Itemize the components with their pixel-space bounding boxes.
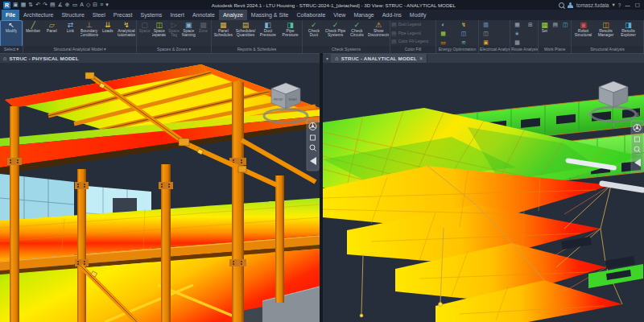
ribbon-tab[interactable]: Precast bbox=[109, 10, 137, 20]
print-icon[interactable]: ▤ bbox=[50, 1, 56, 9]
view-header-physical[interactable]: ⌂ STRUC - PHYSICAL MODEL bbox=[0, 53, 320, 63]
qat-customize-icon[interactable]: ▾ bbox=[105, 1, 109, 9]
duct-pressure-loss-report-button[interactable]: ◧ Duct Pressure Loss Report bbox=[258, 21, 279, 46]
revit-logo[interactable]: R bbox=[3, 2, 10, 9]
physical-model-viewport[interactable]: FRONT RIGHT bbox=[0, 63, 320, 322]
duct-legend-button[interactable]: ▤ Duct Legend bbox=[391, 21, 435, 29]
section-icon[interactable]: ⊟ bbox=[93, 1, 97, 9]
electrical-analysis-icon-button[interactable]: ◫ bbox=[480, 30, 492, 38]
tag-icon[interactable]: ▭ bbox=[72, 1, 78, 9]
energy-optimization-icon-button[interactable]: ▦ bbox=[437, 30, 449, 38]
ribbon-panel-label[interactable]: Route Analysis ▾ bbox=[510, 46, 538, 53]
electrical-analysis-icon-button[interactable]: ▣ bbox=[480, 39, 492, 46]
link-button[interactable]: ⇄ Link bbox=[61, 21, 79, 46]
user-caret-icon[interactable]: ▾ bbox=[612, 2, 614, 8]
ribbon-tab[interactable]: Manage bbox=[349, 10, 378, 20]
space-button[interactable]: ▢ Space bbox=[138, 21, 151, 46]
ribbon-tab[interactable]: File bbox=[2, 10, 19, 20]
minimize-button[interactable]: — bbox=[624, 2, 631, 8]
analytical-node[interactable] bbox=[439, 303, 443, 307]
ribbon-panel-label[interactable]: Energy Optimization bbox=[436, 46, 478, 53]
energy-optimization-icon-button[interactable]: ◫ bbox=[458, 30, 470, 38]
show-work-plane-button[interactable]: ▤ bbox=[551, 21, 560, 29]
undo-icon[interactable]: ↶ bbox=[35, 1, 40, 9]
panel-button[interactable]: ▱ Panel bbox=[43, 21, 60, 46]
signed-in-user[interactable]: tomasz.fudala bbox=[576, 2, 609, 8]
sync-icon[interactable]: ⇅ bbox=[28, 1, 33, 9]
results-explorer-button[interactable]: ◨ Results Explorer bbox=[617, 21, 639, 46]
pipe-legend-button[interactable]: ▤ Pipe Legend bbox=[391, 30, 435, 38]
energy-optimization-icon-button[interactable]: ↯ bbox=[458, 21, 470, 29]
redo-icon[interactable]: ↷ bbox=[43, 1, 47, 9]
analytical-model-view[interactable]: W S E bbox=[323, 63, 644, 322]
loads-button[interactable]: ⇊ Loads bbox=[99, 21, 117, 46]
panel-schedules-button[interactable]: ▦ Panel Schedules bbox=[213, 21, 234, 46]
help-icon[interactable]: ? bbox=[618, 2, 621, 8]
ribbon-tab[interactable]: View bbox=[329, 10, 349, 20]
open-icon[interactable]: ▣ bbox=[13, 1, 19, 9]
pipe-pressure-loss-report-button[interactable]: ◨ Pipe Pressure Loss Report bbox=[279, 21, 301, 46]
route-analysis-icon-button[interactable]: ∗ bbox=[511, 30, 523, 38]
measure-icon[interactable]: ∡ bbox=[58, 1, 63, 9]
check-circuits-button[interactable]: ✓ Check Circuits bbox=[347, 21, 368, 46]
thin-lines-icon[interactable]: ≡ bbox=[100, 1, 103, 9]
ribbon-panel-label[interactable]: Check Systems bbox=[303, 46, 390, 53]
ribbon-panel-label[interactable]: Select ▾ bbox=[0, 46, 23, 53]
ribbon-tab[interactable]: Insert bbox=[166, 10, 188, 20]
ribbon-panel-label[interactable]: Work Plane bbox=[539, 46, 571, 53]
ribbon-panel-label[interactable]: Structural Analytical Model ▾ bbox=[23, 46, 136, 53]
text-icon[interactable]: A bbox=[80, 1, 84, 9]
zone-button[interactable]: ▩ Zone bbox=[196, 21, 210, 46]
physical-model-view[interactable]: FRONT RIGHT bbox=[0, 63, 320, 322]
restore-button[interactable]: ▢ bbox=[634, 2, 641, 8]
3d-view-icon[interactable]: ◇ bbox=[86, 1, 90, 9]
viewer-button[interactable]: ◫ bbox=[561, 21, 571, 29]
ribbon-tab[interactable]: Analyze bbox=[219, 10, 247, 20]
close-icon[interactable]: × bbox=[419, 56, 423, 61]
ribbon-tab[interactable]: Collaborate bbox=[293, 10, 330, 20]
modify-button[interactable]: ↖ Modify bbox=[1, 21, 22, 46]
ribbon-tab[interactable]: Add-Ins bbox=[378, 10, 406, 20]
space-separator-button[interactable]: ◫ Space Separator bbox=[152, 21, 166, 46]
space-tag-button[interactable]: ▷ Space Tag bbox=[167, 21, 180, 46]
ribbon-tab[interactable]: Structure bbox=[57, 10, 88, 20]
boundary-conditions-button[interactable]: ⊥ Boundary Conditions bbox=[80, 21, 98, 46]
search-icon[interactable] bbox=[559, 2, 564, 8]
energy-optimization-icon-button[interactable]: ◐ bbox=[437, 21, 449, 29]
check-pipe-systems-button[interactable]: ✓ Check Pipe Systems bbox=[325, 21, 346, 46]
show-disconnects-button[interactable]: ⚠ Show Disconnects bbox=[368, 21, 389, 46]
ribbon-tab[interactable]: Massing & Site bbox=[247, 10, 293, 20]
analytical-node[interactable] bbox=[360, 314, 363, 317]
analytical-automation-button[interactable]: ↯ Analytical Automation bbox=[118, 21, 135, 46]
save-icon[interactable]: ▦ bbox=[21, 1, 27, 9]
route-analysis-icon-button[interactable]: ⊞ bbox=[525, 21, 537, 29]
set-work-plane-button[interactable]: ▦ Set bbox=[539, 21, 550, 46]
ribbon-tab[interactable]: Modify bbox=[406, 10, 431, 20]
ribbon-panel-label[interactable]: Color Fill bbox=[390, 46, 436, 53]
ribbon-tab[interactable]: Annotate bbox=[188, 10, 219, 20]
ribbon-tab[interactable]: Systems bbox=[137, 10, 167, 20]
ribbon-tab[interactable]: Steel bbox=[89, 10, 109, 20]
dimension-icon[interactable]: ⊕ bbox=[65, 1, 70, 9]
ribbon-panel-label[interactable]: Reports & Schedules bbox=[212, 46, 302, 53]
ribbon-panel-label[interactable]: Electrical Analysis bbox=[479, 46, 510, 53]
navigation-bar[interactable] bbox=[307, 119, 319, 171]
energy-optimization-icon-button[interactable]: ≋ bbox=[458, 39, 470, 46]
navigation-bar[interactable] bbox=[631, 121, 643, 172]
user-icon[interactable] bbox=[568, 2, 573, 8]
ribbon-tab[interactable]: Architecture bbox=[19, 10, 57, 20]
robot-structural-analysis-button[interactable]: ▣ Robot Structural Analysis bbox=[572, 21, 594, 46]
check-duct-systems-button[interactable]: ✓ Check Duct Systems bbox=[303, 21, 324, 46]
color-fill-legend-button[interactable]: ▤ Color Fill Legend bbox=[391, 38, 435, 46]
space-naming-button[interactable]: ▣ Space Naming bbox=[182, 21, 196, 46]
ribbon-panel-label[interactable]: Structural Analysis bbox=[572, 46, 643, 53]
route-analysis-icon-button[interactable]: ▩ bbox=[511, 39, 523, 46]
energy-optimization-icon-button[interactable]: ▭ bbox=[437, 39, 449, 46]
chevron-down-icon[interactable]: ▾ bbox=[326, 56, 328, 61]
electrical-analysis-icon-button[interactable]: ▥ bbox=[480, 21, 492, 29]
results-manager-button[interactable]: ◫ Results Manager bbox=[595, 21, 617, 46]
member-button[interactable]: ╱ Member bbox=[24, 21, 42, 46]
analytical-model-viewport[interactable]: W S E bbox=[323, 63, 644, 322]
ribbon-panel-label[interactable]: Spaces & Zones ▾ bbox=[137, 46, 211, 53]
schedules-quantities-button[interactable]: ▤ Schedules/ Quantities bbox=[235, 21, 257, 46]
